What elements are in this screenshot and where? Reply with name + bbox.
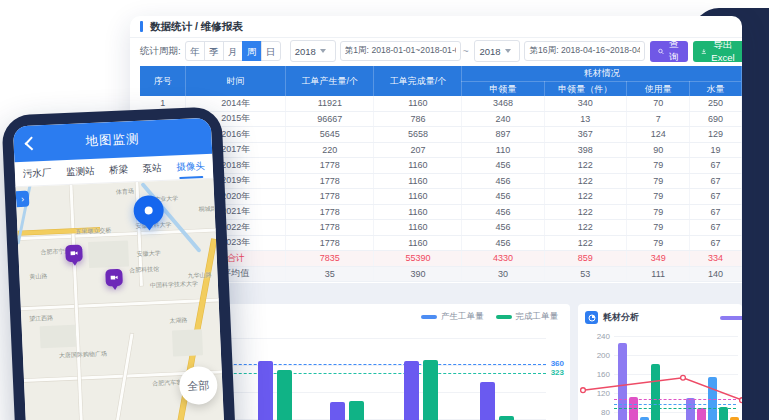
bar-完成工单量[interactable] bbox=[349, 401, 364, 420]
bar-产生工单量[interactable] bbox=[480, 382, 495, 420]
download-icon bbox=[701, 47, 707, 56]
consumable-chart: 耗材分析 2402001601208040 bbox=[578, 304, 742, 420]
export-excel-button[interactable]: 导出Excel bbox=[693, 41, 742, 62]
table-row: 22015年96667786240137690 bbox=[140, 111, 742, 127]
table-row: 52018年177811604561227967 bbox=[140, 158, 742, 174]
legend-swatch bbox=[421, 315, 437, 320]
cell: 1778 bbox=[286, 158, 374, 174]
cell: 70 bbox=[627, 96, 690, 111]
cell: 140 bbox=[690, 266, 742, 282]
legend-item[interactable]: 产生工单量 bbox=[421, 311, 484, 323]
cell: 122 bbox=[544, 173, 627, 189]
period-option[interactable]: 季 bbox=[204, 41, 224, 61]
cell: 786 bbox=[374, 111, 462, 127]
back-chevron-icon[interactable] bbox=[25, 136, 39, 150]
bar-产生工单量[interactable] bbox=[404, 361, 419, 420]
selected-camera-marker[interactable] bbox=[133, 195, 164, 226]
bar-完成工单量[interactable] bbox=[277, 370, 292, 420]
cell: 79 bbox=[627, 189, 690, 205]
phone-tab-桥梁[interactable]: 桥梁 bbox=[109, 157, 129, 182]
table-row: 42017年2202071103989019 bbox=[140, 142, 742, 158]
map-poi-label: 大唐国际购物广场 bbox=[59, 349, 107, 360]
cell: 122 bbox=[544, 235, 627, 251]
phone-page-title: 地图监测 bbox=[85, 130, 140, 149]
map-poi-label: 望江西路 bbox=[29, 314, 53, 324]
map-poi-label: 黄山路 bbox=[29, 272, 47, 282]
cell: 220 bbox=[286, 142, 374, 158]
cell: 67 bbox=[690, 204, 742, 220]
map-view[interactable]: › 体育场安徽农业大学桐城路安徽医科大学五里墩立交桥合肥市宁溪小学安徽大学合肥科… bbox=[16, 179, 226, 420]
table-row: 92022年177811604561227967 bbox=[140, 220, 742, 236]
cell: 390 bbox=[374, 266, 462, 282]
chevron-down-icon bbox=[320, 49, 326, 53]
query-button[interactable]: 查询 bbox=[650, 41, 688, 62]
cell: 456 bbox=[462, 173, 544, 189]
map-poi-label: 中国科学技术大学 bbox=[150, 279, 198, 290]
cell: 13 bbox=[544, 111, 627, 127]
cell: 240 bbox=[462, 111, 544, 127]
table-row: 62019年177811604561227967 bbox=[140, 173, 742, 189]
total-row: 合计7835553904330859349334 bbox=[140, 251, 742, 267]
cell: 859 bbox=[544, 251, 627, 267]
cell: 7835 bbox=[286, 251, 374, 267]
cell: 1160 bbox=[374, 158, 462, 174]
cell: 398 bbox=[544, 142, 627, 158]
cell: 129 bbox=[690, 127, 742, 143]
table-row: 72020年177811604561227967 bbox=[140, 189, 742, 205]
period-option[interactable]: 日 bbox=[261, 41, 281, 61]
show-all-button[interactable]: 全部 bbox=[179, 366, 219, 406]
period-option[interactable]: 月 bbox=[223, 41, 243, 61]
cell: 53 bbox=[544, 266, 627, 282]
cell: 1778 bbox=[286, 204, 374, 220]
table-row: 82021年177811604561227967 bbox=[140, 204, 742, 220]
workorder-legend: 产生工单量完成工单量 bbox=[421, 311, 558, 323]
range-separator: ~ bbox=[463, 46, 469, 57]
legend-item[interactable]: 完成工单量 bbox=[496, 311, 559, 323]
phone-tab-监测站[interactable]: 监测站 bbox=[66, 159, 96, 184]
report-table: 序号时间工单产生量/个工单完成量/个耗材情况申领量申领量（件）使用量水量 120… bbox=[140, 66, 742, 282]
camera-marker[interactable] bbox=[105, 269, 123, 292]
year-end-value: 2018 bbox=[479, 46, 500, 57]
year-start-select[interactable]: 2018 bbox=[290, 40, 336, 62]
cell: 96667 bbox=[286, 111, 374, 127]
cell: 3468 bbox=[462, 96, 544, 111]
camera-marker[interactable] bbox=[65, 244, 83, 267]
phone-screen: 地图监测 污水厂监测站桥梁泵站摄像头 › 体育场安徽农业大学桐城路安徽医科大学五… bbox=[13, 118, 226, 420]
cell: 1778 bbox=[286, 173, 374, 189]
column-header: 工单产生量/个 bbox=[286, 66, 374, 96]
legend-label: 完成工单量 bbox=[516, 311, 559, 323]
cell: 79 bbox=[627, 220, 690, 236]
cell: 67 bbox=[690, 173, 742, 189]
bar-完成工单量[interactable] bbox=[423, 360, 438, 420]
cell: 1778 bbox=[286, 189, 374, 205]
legend-swatch bbox=[496, 315, 512, 320]
column-header: 时间 bbox=[186, 66, 286, 96]
panel-expander-button[interactable]: › bbox=[16, 191, 30, 208]
breadcrumb: 数据统计 / 维修报表 bbox=[130, 16, 742, 38]
cell: 340 bbox=[544, 96, 627, 111]
week-end-input[interactable] bbox=[524, 41, 645, 61]
column-header: 工单完成量/个 bbox=[374, 66, 462, 96]
cell: 79 bbox=[627, 235, 690, 251]
map-poi-label: 桐城路 bbox=[198, 205, 216, 215]
cell: 250 bbox=[690, 96, 742, 111]
cell: 90 bbox=[627, 142, 690, 158]
bar-完成工单量[interactable] bbox=[499, 416, 514, 420]
cell: 1160 bbox=[374, 173, 462, 189]
map-block bbox=[40, 325, 77, 349]
phone-tab-摄像头[interactable]: 摄像头 bbox=[176, 154, 206, 179]
phone-tab-污水厂[interactable]: 污水厂 bbox=[22, 161, 52, 186]
bar-产生工单量[interactable] bbox=[258, 361, 273, 420]
phone-tab-泵站[interactable]: 泵站 bbox=[142, 156, 162, 181]
week-start-input[interactable] bbox=[340, 41, 461, 61]
cell: 124 bbox=[627, 127, 690, 143]
bar-产生工单量[interactable] bbox=[330, 402, 345, 420]
breadcrumb-text: 数据统计 / 维修报表 bbox=[150, 20, 243, 34]
period-option[interactable]: 年 bbox=[185, 41, 205, 61]
year-end-select[interactable]: 2018 bbox=[474, 40, 520, 62]
period-option[interactable]: 周 bbox=[242, 41, 262, 61]
sub-column-header: 申领量（件） bbox=[544, 82, 627, 97]
map-poi-label: 安徽大学 bbox=[136, 249, 160, 259]
cell: 456 bbox=[462, 220, 544, 236]
cell: 67 bbox=[690, 235, 742, 251]
